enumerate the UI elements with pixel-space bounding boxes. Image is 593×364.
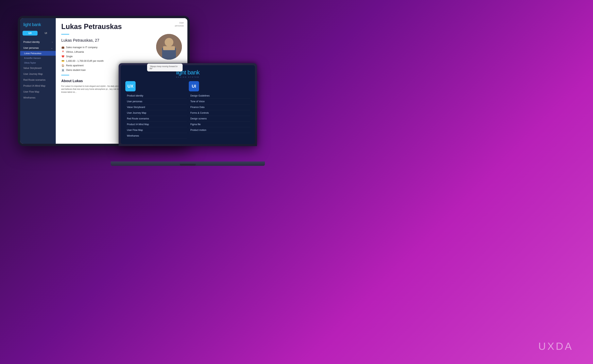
chevron-right-icon: ›	[52, 41, 53, 43]
blue-divider	[61, 34, 69, 34]
breadcrumb: User personas	[175, 21, 184, 27]
sidebar-item-value-storyboard[interactable]: Value Storyboard	[20, 65, 56, 71]
sidebar-item-red-route[interactable]: Red Route scenarios	[20, 77, 56, 83]
ui-column: UI Design Guidelines Tone of Voice Finan…	[189, 81, 250, 140]
laptop-screen: light bank DESIGN SYSTEM UX Product iden…	[121, 65, 255, 144]
money-icon: 💳	[61, 59, 64, 63]
info-location: Vilnius, Lithuania	[66, 51, 84, 53]
sidebar-subitem-olivia[interactable]: Olivia Taylor	[20, 60, 56, 65]
tablet-logo: light bank	[20, 22, 56, 31]
ui-menu-item-forms-controls[interactable]: Forms & Controls	[189, 110, 250, 116]
ux-badge: UX	[125, 81, 136, 91]
laptop-content: light bank DESIGN SYSTEM UX Product iden…	[121, 65, 255, 144]
ux-menu-item-user-journey-map[interactable]: User Journey Map	[125, 110, 187, 116]
ux-menu-list: Product identity User personas Value Sto…	[125, 93, 187, 139]
ui-menu-item-tone-of-voice[interactable]: Tone of Voice	[189, 99, 250, 104]
svg-point-1	[165, 38, 173, 47]
info-income: 1,400.00 - 1,700.00 EUR per month	[66, 60, 104, 62]
tablet-sidebar: light bank UX UI Product identity › User…	[20, 18, 56, 144]
laptop-logo: light bank DESIGN SYSTEM	[125, 69, 250, 78]
laptop-logo-accent: bank	[187, 69, 199, 76]
sidebar-subitem-kristoffer[interactable]: Kristoffer Hansen	[20, 56, 56, 60]
ui-header: UI	[189, 81, 250, 91]
sidebar-item-user-personas[interactable]: User personas ⌄	[20, 45, 56, 51]
about-divider	[61, 75, 69, 75]
briefcase-icon: 💼	[61, 46, 64, 49]
laptop-logo-text: light bank	[125, 69, 250, 76]
location-icon: 📍	[61, 50, 64, 53]
tablet-tabs: UX UI	[22, 31, 53, 36]
ux-header: UX	[125, 81, 187, 91]
sidebar-item-user-journey-map[interactable]: User Journey Map	[20, 71, 56, 77]
sidebar-item-product-identity[interactable]: Product identity ›	[20, 39, 56, 45]
uxda-watermark: UXDA	[539, 340, 573, 352]
page-title: Lukas Petrauskas	[61, 22, 182, 31]
avatar	[156, 34, 182, 60]
tab-ux[interactable]: UX	[22, 31, 38, 36]
quote-bubble: "Always keep moving forward in life"	[147, 64, 183, 72]
avatar-silhouette	[156, 34, 182, 60]
laptop-lid: light bank DESIGN SYSTEM UX Product iden…	[119, 63, 257, 146]
ui-badge: UI	[189, 81, 199, 91]
breadcrumb-line1: User	[175, 21, 184, 24]
sidebar-item-product-ia[interactable]: Product IA Mind Map	[20, 83, 56, 89]
sidebar-item-product-identity-label: Product identity	[23, 41, 40, 43]
laptop-device: light bank DESIGN SYSTEM UX Product iden…	[119, 63, 257, 166]
ux-menu-item-value-storyboard[interactable]: Value Storyboard	[125, 104, 187, 110]
laptop-base	[111, 162, 265, 166]
heart-icon: ❤️	[61, 55, 64, 58]
logo-prefix: light	[23, 22, 32, 27]
ui-menu-item-design-guidelines[interactable]: Design Guidelines	[189, 93, 250, 99]
ux-menu-item-product-identity[interactable]: Product identity	[125, 93, 187, 99]
sidebar-item-user-personas-label: User personas	[23, 47, 39, 49]
logo-accent: bank	[32, 22, 41, 27]
house-icon: 🏠	[61, 64, 64, 67]
ux-menu-item-user-personas[interactable]: User personas	[125, 99, 187, 104]
ui-menu-item-product-motion[interactable]: Product motion	[189, 127, 250, 133]
bank-icon: 🏛️	[61, 69, 64, 72]
info-job: Sales manager in IT company	[66, 46, 97, 49]
ux-menu-item-product-ia-mind-map[interactable]: Product IA Mind Map	[125, 122, 187, 127]
info-status: Single	[66, 55, 73, 58]
breadcrumb-line2: personas	[175, 24, 184, 27]
svg-rect-3	[163, 46, 175, 50]
ui-menu-item-figma-file[interactable]: Figma file	[189, 122, 250, 127]
sidebar-item-user-flow-map[interactable]: User Flow Map	[20, 89, 56, 95]
ux-menu-item-user-flow-map[interactable]: User Flow Map	[125, 127, 187, 133]
ux-menu-item-red-route[interactable]: Red Route scenarios	[125, 116, 187, 122]
chevron-down-icon: ⌄	[51, 47, 53, 49]
info-loan: Owns student loan	[66, 69, 86, 72]
tab-ui[interactable]: UI	[38, 31, 53, 36]
sidebar-subitem-lukas[interactable]: Lukas Petrauskas	[20, 51, 56, 56]
laptop-logo-sub: DESIGN SYSTEM	[125, 76, 250, 78]
info-housing: Rents apartment	[66, 64, 84, 67]
sidebar-item-wireframes[interactable]: Wireframes	[20, 95, 56, 101]
ui-menu-item-finance-data[interactable]: Finance Data	[189, 104, 250, 110]
ui-menu-item-design-screens[interactable]: Design screens	[189, 116, 250, 122]
ux-menu-item-wireframes[interactable]: Wireframes	[125, 133, 187, 139]
laptop-menu: UX Product identity User personas Value …	[125, 81, 250, 140]
ui-menu-list: Design Guidelines Tone of Voice Finance …	[189, 93, 250, 133]
ux-column: UX Product identity User personas Value …	[125, 81, 187, 140]
list-item: 💳 1,400.00 - 1,700.00 EUR per month	[61, 59, 182, 63]
